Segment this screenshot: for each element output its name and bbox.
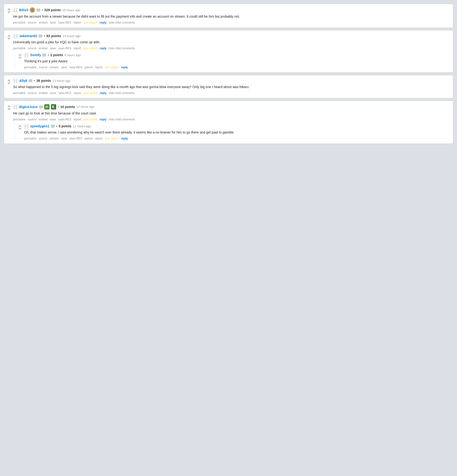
give-award-link[interactable]: give award [105, 66, 119, 69]
comment-text: Unironically too good a joke for XQC to … [13, 40, 450, 45]
bullet-separator: • [42, 8, 43, 12]
comment-text: He cant go to Kick at this time because … [13, 111, 450, 116]
action-save-res[interactable]: save-RES [58, 118, 71, 121]
downvote-button[interactable] [7, 11, 11, 14]
action-embed[interactable]: embed [39, 118, 48, 121]
action-source[interactable]: source [39, 137, 47, 140]
comment-body: [-]Jakeman52•83 points13 hours agoUniron… [13, 34, 450, 50]
collapse-button[interactable]: [-] [13, 34, 18, 38]
action-permalink[interactable]: permalink [13, 47, 25, 50]
username[interactable]: Svmify [30, 53, 41, 57]
chat-icon[interactable] [39, 105, 43, 108]
upvote-button[interactable] [7, 8, 11, 10]
comment-row: [-]Svmify•2 points8 hours agoThinking it… [18, 53, 450, 69]
svg-point-2 [33, 9, 34, 10]
action-permalink[interactable]: permalink [13, 91, 25, 95]
bullet-separator: • [48, 53, 49, 57]
action-report[interactable]: report [74, 47, 81, 50]
downvote-button[interactable] [7, 38, 11, 40]
collapse-button[interactable]: [-] [24, 124, 29, 128]
comment-header: [-]Jakeman52•83 points13 hours ago [13, 34, 450, 38]
reply-link[interactable]: reply [121, 66, 128, 69]
action-permalink[interactable]: permalink [13, 118, 25, 121]
action-embed[interactable]: embed [39, 47, 48, 50]
chat-icon[interactable] [36, 8, 40, 11]
action-save[interactable]: save [50, 118, 56, 121]
chat-icon[interactable] [39, 34, 42, 37]
upvote-button[interactable] [18, 53, 22, 56]
downvote-button[interactable] [7, 108, 11, 110]
action-source[interactable]: source [28, 47, 36, 50]
chat-icon[interactable] [51, 125, 55, 128]
hide-child-comments-link[interactable]: hide child comments [109, 47, 135, 50]
action-save-res[interactable]: save-RES [58, 21, 71, 24]
upvote-button[interactable] [18, 125, 22, 127]
give-award-link[interactable]: give award [84, 118, 97, 121]
collapse-button[interactable]: [-] [13, 104, 18, 109]
collapse-button[interactable]: [-] [24, 53, 29, 57]
reply-link[interactable]: reply [100, 91, 107, 95]
chat-icon[interactable] [29, 79, 32, 82]
action-save-res[interactable]: save-RES [69, 66, 82, 69]
collapse-button[interactable]: [-] [13, 8, 18, 12]
reply-link[interactable]: reply [121, 137, 128, 140]
action-embed[interactable]: embed [39, 91, 48, 95]
username[interactable]: speedygen1 [30, 124, 50, 128]
action-source[interactable]: source [28, 91, 36, 95]
action-embed[interactable]: embed [39, 21, 48, 24]
bullet-separator: • [58, 105, 59, 109]
action-save-res[interactable]: save-RES [58, 91, 71, 95]
action-source[interactable]: source [28, 21, 36, 24]
give-award-link[interactable]: give award [105, 137, 119, 140]
action-save[interactable]: save [50, 47, 56, 50]
action-save[interactable]: save [50, 21, 56, 24]
username[interactable]: Ally8 [19, 79, 27, 83]
action-parent[interactable]: parent [85, 66, 93, 69]
comment-header: [-]BilisS•529 points15 hours ago [13, 7, 450, 13]
action-embed[interactable]: embed [50, 66, 59, 69]
points-label: 38 points [36, 79, 51, 83]
downvote-button[interactable] [7, 82, 11, 85]
action-save[interactable]: save [61, 66, 67, 69]
action-permalink[interactable]: permalink [24, 66, 36, 69]
action-report[interactable]: report [74, 91, 81, 95]
points-label: 2 points [50, 53, 63, 57]
chat-icon[interactable] [42, 53, 46, 56]
give-award-link[interactable]: give award [84, 47, 97, 50]
bullet-separator: • [56, 124, 57, 128]
action-parent[interactable]: parent [85, 137, 93, 140]
action-source[interactable]: source [39, 66, 47, 69]
action-report[interactable]: report [95, 66, 102, 69]
username[interactable]: BilisS [19, 8, 29, 12]
action-save[interactable]: save [61, 137, 67, 140]
downvote-button[interactable] [18, 128, 22, 130]
collapse-button[interactable]: [-] [13, 78, 18, 83]
username[interactable]: BigIceJuice [19, 105, 38, 109]
username[interactable]: Jakeman52 [19, 34, 37, 38]
downvote-button[interactable] [18, 57, 22, 59]
action-source[interactable]: source [28, 118, 36, 121]
hide-child-comments-link[interactable]: hide child comments [109, 91, 135, 95]
action-permalink[interactable]: permalink [13, 21, 25, 24]
hide-child-comments-link[interactable]: hide child comments [109, 21, 135, 24]
upvote-button[interactable] [7, 79, 11, 81]
reply-link[interactable]: reply [100, 118, 107, 121]
hide-child-comments-link[interactable]: hide child comments [109, 118, 135, 121]
give-award-link[interactable]: give award [84, 21, 97, 24]
vote-column [18, 125, 22, 130]
reply-link[interactable]: reply [100, 21, 107, 24]
svg-point-1 [31, 9, 32, 10]
give-award-link[interactable]: give award [84, 91, 97, 95]
reply-link[interactable]: reply [100, 47, 107, 50]
action-report[interactable]: report [95, 137, 102, 140]
action-save[interactable]: save [50, 91, 56, 95]
action-save-res[interactable]: save-RES [58, 47, 71, 50]
upvote-button[interactable] [7, 34, 11, 37]
action-report[interactable]: report [74, 21, 81, 24]
action-permalink[interactable]: permalink [24, 137, 36, 140]
action-report[interactable]: report [74, 118, 81, 121]
action-save-res[interactable]: save-RES [69, 137, 82, 140]
action-embed[interactable]: embed [50, 137, 59, 140]
action-bar: permalinksourceembedsavesave-RESparentre… [24, 66, 450, 69]
upvote-button[interactable] [7, 105, 11, 107]
